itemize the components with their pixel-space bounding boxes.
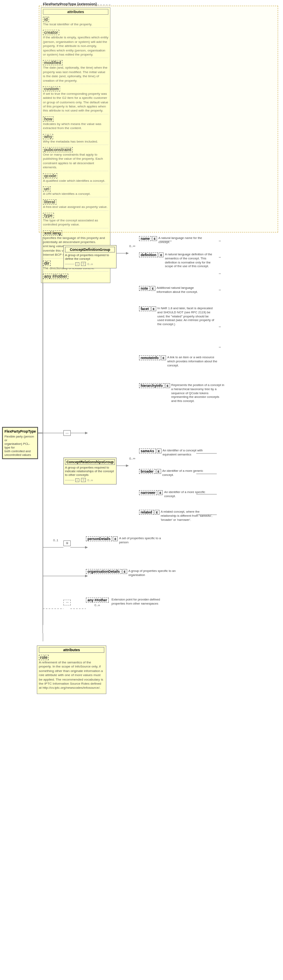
- item-facet-label: facet: [139, 306, 150, 311]
- attr-anyother: any ##other: [43, 273, 108, 280]
- item-definition-icon: E: [159, 252, 164, 257]
- diagram-container: FlexPartyPropType (extension) attributes…: [0, 0, 283, 980]
- item-related-icon: E: [155, 510, 159, 515]
- item-name-label: name: [139, 236, 151, 241]
- person-mult: 0..1: [53, 538, 58, 542]
- main-vline: [43, 237, 43, 633]
- item-orgdetails-row: organisationDetails E A group of propert…: [86, 569, 177, 577]
- attr-literal: literal A free-text value assigned as pr…: [43, 199, 108, 210]
- item-note-row: note E Additional natural language infor…: [139, 286, 210, 294]
- attr-pubconstraint: pubconstraint One or many constraints th…: [43, 146, 108, 171]
- attr-creator-desc: If the attribute is empty, specifies whi…: [43, 36, 108, 57]
- attr-type-name: type: [43, 213, 54, 218]
- concept-def-group-label: ConceptDefinitionGroup: [65, 247, 115, 252]
- item-anyother-main-desc: Extension point for provider-defined pro…: [112, 598, 165, 606]
- item-broader-label: broader: [139, 469, 155, 474]
- attr-role-desc: A refinement of the semantics of the pro…: [39, 661, 104, 690]
- attr-custom: custom If set to true the corresponding …: [43, 85, 108, 114]
- item-persondetails-icon: E: [113, 536, 118, 541]
- item-anyother-mult: 0..∞: [94, 603, 100, 607]
- item-narrower-row: narrower E An identifier of a more speci…: [139, 490, 217, 498]
- attr-xmllang-name: xml:lang: [43, 230, 62, 236]
- item-remoteinfo-label: remoteInfo: [139, 355, 160, 360]
- attr-type-desc: The type of the concept associated as co…: [43, 219, 108, 227]
- attr-qcode: qcode A qualified code which identifies …: [43, 172, 108, 184]
- item-related-row: related E A related concept, where the r…: [139, 510, 214, 522]
- attr-qcode-name: qcode: [43, 173, 57, 179]
- concept-rel-mult: 0..∞: [129, 457, 135, 460]
- item-facet-icon: E: [151, 306, 156, 311]
- item-name-desc: A natural language name for the concept.: [158, 236, 211, 244]
- attr-id-desc: The local identifier of the property.: [43, 22, 108, 27]
- attr-why-name: why: [43, 134, 53, 139]
- item-hierarchyinfo-icon: E: [165, 383, 170, 388]
- attr-creator-name: creator: [43, 30, 59, 35]
- item-definition-desc: A natural language definition of the sem…: [165, 252, 218, 268]
- item-sameas-desc: An identifier of a concept with equivale…: [163, 449, 216, 457]
- svg-marker-19: [126, 464, 129, 467]
- attr-why: why Why the metadata has been included.: [43, 133, 108, 145]
- item-name-icon: E: [152, 236, 157, 241]
- item-narrower-icon: E: [158, 490, 163, 495]
- item-sameas-icon: E: [157, 449, 162, 453]
- attr-literal-desc: A free-text value assigned as property v…: [43, 205, 108, 209]
- attr-pubconstraint-name: pubconstraint: [43, 147, 73, 152]
- concept-def-group-box: ConceptDefinitionGroup A group of proper…: [63, 245, 117, 268]
- item-sameas-row: sameAs E An identifier of a concept with…: [139, 449, 216, 457]
- item-hierarchyinfo-desc: Represents the position of a concept in …: [171, 383, 225, 403]
- attr-anyother-name: any ##other: [43, 274, 68, 279]
- middle-connector-box: ⋯: [63, 430, 71, 436]
- attr-id: id The local identifier of the property.: [43, 16, 108, 28]
- attr-pubconstraint-desc: One or many constraints that apply to pu…: [43, 153, 108, 170]
- item-anyother-main-row: any ##other 0..∞ Extension point for pro…: [86, 598, 165, 607]
- concept-def-group-desc: A group of properties required to define…: [65, 253, 115, 261]
- concept-rel-group-box: ConceptRelationshipsGroup A group of pro…: [63, 458, 117, 484]
- concept-rel-group-desc: A group of properties required to indica…: [65, 466, 115, 477]
- attr-role-name: role: [39, 655, 49, 660]
- attr-custom-desc: If set to true the corresponding propert…: [43, 92, 108, 113]
- item-persondetails-row: personDetails E A set of properties spec…: [86, 536, 168, 545]
- attributes-header: attributes: [43, 9, 108, 15]
- attr-dir-name: dir: [43, 261, 51, 266]
- item-sameas-label: sameAs: [139, 449, 156, 453]
- item-persondetails-label: personDetails: [86, 536, 112, 541]
- attr-modified: modified The date (and, optionally, the …: [43, 59, 108, 84]
- item-name-row: name E A natural language name for the c…: [139, 236, 211, 244]
- attr-creator: creator If the attribute is empty, speci…: [43, 29, 108, 58]
- attr-modified-desc: The date (and, optionally, the time) whe…: [43, 66, 108, 83]
- item-remoteinfo-row: remoteInfo E A link to an item or a web …: [139, 355, 220, 367]
- item-related-desc: A related concept, where the relationshi…: [161, 510, 214, 522]
- item-narrower-label: narrower: [139, 490, 157, 495]
- item-note-icon: E: [150, 286, 155, 291]
- diagram-title: FlexPartyPropType (extension): [43, 2, 97, 6]
- attr-why-desc: Why the metadata has been included.: [43, 140, 108, 144]
- attr-id-name: id: [43, 17, 49, 22]
- concept-rel-group-label: ConceptRelationshipsGroup: [65, 459, 115, 465]
- main-type-label: FlexPartyPropType: [4, 429, 36, 433]
- item-remoteinfo-icon: E: [161, 355, 166, 360]
- item-definition-row: definition E A natural language definiti…: [139, 252, 218, 268]
- person-connector-box: ①: [63, 540, 71, 546]
- item-note-label: note: [139, 286, 150, 291]
- attr-how-name: how: [43, 116, 54, 122]
- main-type-box: FlexPartyPropType Flexible party (person…: [2, 427, 38, 459]
- attr-uri-name: uri: [43, 186, 51, 192]
- svg-marker-17: [85, 432, 88, 434]
- item-hierarchyinfo-label: hierarchyInfo: [139, 383, 164, 388]
- attr-how: how Indicates by which means the value w…: [43, 116, 108, 132]
- item-note-desc: Additional natural language information …: [157, 286, 210, 294]
- item-orgdetails-desc: A group of properties specific to an org…: [128, 569, 177, 577]
- attr-qcode-desc: A qualified code which identifies a conc…: [43, 179, 108, 183]
- item-broader-icon: E: [156, 469, 161, 474]
- attr-type: type The type of the concept associated …: [43, 212, 108, 228]
- svg-marker-14: [126, 252, 129, 254]
- item-definition-label: definition: [139, 252, 158, 257]
- item-related-label: related: [139, 510, 154, 515]
- item-remoteinfo-desc: A link to an item or a web resource whic…: [167, 355, 220, 367]
- item-facet-row: facet E In NAR 1.8 and later, facet is d…: [139, 306, 215, 326]
- attr-how-desc: Indicates by which means the value was e…: [43, 122, 108, 131]
- anyother-connector-box: ⋯: [63, 600, 71, 605]
- bottom-attributes-box: attributes role A refinement of the sema…: [37, 645, 106, 694]
- attributes-box: attributes id The local identifier of th…: [41, 7, 110, 283]
- attr-custom-name: custom: [43, 86, 60, 92]
